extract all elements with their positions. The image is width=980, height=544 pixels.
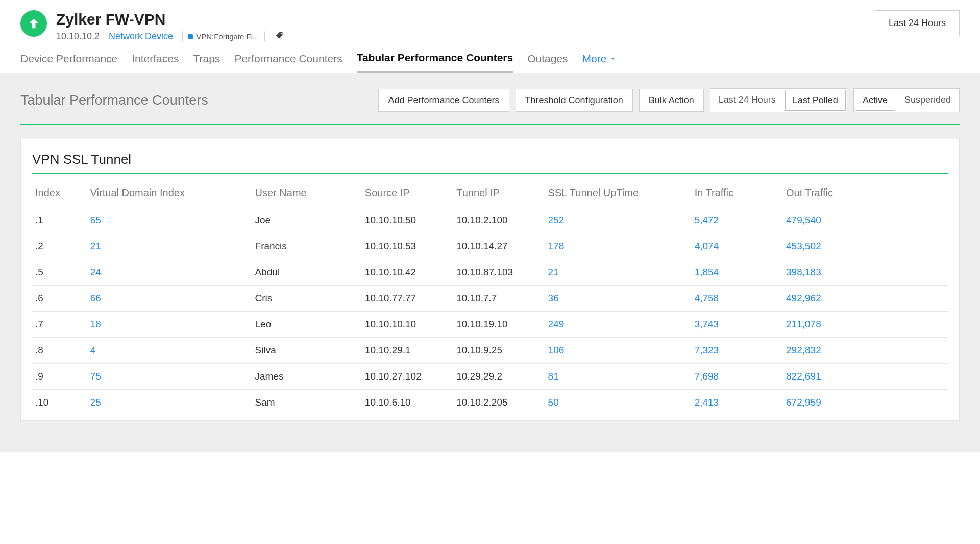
tab-device-performance[interactable]: Device Performance bbox=[20, 53, 117, 72]
cell-vdom-index[interactable]: 65 bbox=[87, 207, 252, 233]
col-ssl-tunnel-uptime[interactable]: SSL Tunnel UpTime bbox=[545, 179, 692, 207]
col-in-traffic[interactable]: In Traffic bbox=[692, 179, 783, 207]
cell-source-ip: 10.10.6.10 bbox=[362, 390, 453, 416]
cell-index: .1 bbox=[32, 207, 87, 233]
bulk-action-button[interactable]: Bulk Action bbox=[639, 89, 704, 112]
cell-user-name: Silva bbox=[252, 338, 362, 364]
cell-tunnel-ip: 10.10.14.27 bbox=[453, 233, 545, 259]
cell-out-traffic[interactable]: 453,502 bbox=[783, 233, 948, 259]
seg-suspended[interactable]: Suspended bbox=[896, 89, 959, 112]
cell-user-name: Sam bbox=[252, 390, 362, 416]
device-tabs: Device Performance Interfaces Traps Perf… bbox=[0, 42, 980, 73]
cell-tunnel-ip: 10.10.7.7 bbox=[453, 286, 545, 312]
cell-uptime[interactable]: 178 bbox=[545, 233, 692, 259]
add-performance-counters-button[interactable]: Add Performance Counters bbox=[378, 89, 509, 112]
chip-dot-icon bbox=[188, 34, 193, 39]
cell-index: .7 bbox=[32, 312, 87, 338]
table-row: .666Cris10.10.77.7710.10.7.7364,758492,9… bbox=[32, 286, 948, 312]
seg-active[interactable]: Active bbox=[855, 90, 895, 111]
table-row: .221Francis10.10.10.5310.10.14.271784,07… bbox=[32, 233, 948, 259]
col-index[interactable]: Index bbox=[32, 179, 87, 207]
cell-in-traffic[interactable]: 4,758 bbox=[692, 286, 783, 312]
cell-source-ip: 10.10.77.77 bbox=[362, 286, 453, 312]
cell-out-traffic[interactable]: 292,832 bbox=[783, 338, 948, 364]
cell-tunnel-ip: 10.10.9.25 bbox=[453, 338, 545, 364]
cell-in-traffic[interactable]: 2,413 bbox=[692, 390, 783, 416]
cell-user-name: Abdul bbox=[252, 259, 362, 286]
cell-out-traffic[interactable]: 211,078 bbox=[783, 312, 948, 338]
cell-index: .9 bbox=[32, 364, 87, 390]
cell-vdom-index[interactable]: 75 bbox=[87, 364, 252, 390]
col-source-ip[interactable]: Source IP bbox=[362, 179, 453, 207]
cell-user-name: James bbox=[252, 364, 362, 390]
cell-uptime[interactable]: 36 bbox=[545, 286, 692, 312]
cell-vdom-index[interactable]: 4 bbox=[87, 338, 252, 364]
col-tunnel-ip[interactable]: Tunnel IP bbox=[453, 179, 545, 207]
cell-vdom-index[interactable]: 18 bbox=[87, 312, 252, 338]
table-row: .165Joe10.10.10.5010.10.2.1002525,472479… bbox=[32, 207, 948, 233]
cell-out-traffic[interactable]: 398,183 bbox=[783, 259, 948, 286]
cell-source-ip: 10.10.29.1 bbox=[362, 338, 453, 364]
cell-out-traffic[interactable]: 492,962 bbox=[783, 286, 948, 312]
cell-in-traffic[interactable]: 3,743 bbox=[692, 312, 783, 338]
tab-traps[interactable]: Traps bbox=[193, 53, 220, 72]
tab-more[interactable]: More bbox=[582, 53, 617, 72]
cell-uptime[interactable]: 50 bbox=[545, 390, 692, 416]
table-row: .84Silva10.10.29.110.10.9.251067,323292,… bbox=[32, 338, 948, 364]
cell-in-traffic[interactable]: 5,472 bbox=[692, 207, 783, 233]
col-out-traffic[interactable]: Out Traffic bbox=[783, 179, 948, 207]
vpn-chip[interactable]: VPN:Fortigate Fi... bbox=[182, 31, 264, 42]
cell-tunnel-ip: 10.10.19.10 bbox=[453, 312, 545, 338]
cell-uptime[interactable]: 249 bbox=[545, 312, 692, 338]
card-title: VPN SSL Tunnel bbox=[32, 152, 948, 168]
time-range-select[interactable]: Last 24 Hours bbox=[875, 10, 960, 36]
table-row: .975James10.10.27.10210.29.29.2817,69882… bbox=[32, 364, 948, 390]
chip-label: VPN:Fortigate Fi... bbox=[196, 32, 259, 41]
cell-index: .10 bbox=[32, 390, 87, 416]
cell-in-traffic[interactable]: 1,854 bbox=[692, 259, 783, 286]
threshold-configuration-button[interactable]: Threshold Configuration bbox=[516, 89, 633, 112]
col-user-name[interactable]: User Name bbox=[252, 179, 362, 207]
cell-out-traffic[interactable]: 479,540 bbox=[783, 207, 948, 233]
cell-in-traffic[interactable]: 7,698 bbox=[692, 364, 783, 390]
cell-vdom-index[interactable]: 25 bbox=[87, 390, 252, 416]
cell-vdom-index[interactable]: 24 bbox=[87, 259, 252, 286]
cell-vdom-index[interactable]: 66 bbox=[87, 286, 252, 312]
cell-user-name: Francis bbox=[252, 233, 362, 259]
cell-index: .6 bbox=[32, 286, 87, 312]
cell-uptime[interactable]: 21 bbox=[545, 259, 692, 286]
tab-tabular-performance-counters[interactable]: Tabular Performance Counters bbox=[357, 52, 513, 73]
seg-last-polled[interactable]: Last Polled bbox=[785, 90, 846, 111]
status-up-icon bbox=[20, 10, 47, 37]
cell-uptime[interactable]: 81 bbox=[545, 364, 692, 390]
cell-tunnel-ip: 10.29.29.2 bbox=[453, 364, 545, 390]
cell-uptime[interactable]: 252 bbox=[545, 207, 692, 233]
page-title: Zylker FW-VPN bbox=[56, 10, 875, 29]
table-row: .1025Sam10.10.6.1010.10.2.205502,413672,… bbox=[32, 390, 948, 416]
cell-vdom-index[interactable]: 21 bbox=[87, 233, 252, 259]
cell-source-ip: 10.10.27.102 bbox=[362, 364, 453, 390]
cell-uptime[interactable]: 106 bbox=[545, 338, 692, 364]
tab-outages[interactable]: Outages bbox=[527, 53, 568, 72]
cell-in-traffic[interactable]: 7,323 bbox=[692, 338, 783, 364]
cell-in-traffic[interactable]: 4,074 bbox=[692, 233, 783, 259]
cell-index: .2 bbox=[32, 233, 87, 259]
vpn-ssl-tunnel-card: VPN SSL Tunnel Index Virtual Domain Inde… bbox=[20, 139, 960, 421]
cell-tunnel-ip: 10.10.2.100 bbox=[453, 207, 545, 233]
cell-user-name: Leo bbox=[252, 312, 362, 338]
seg-last-24-hours[interactable]: Last 24 Hours bbox=[710, 89, 784, 112]
tag-icon[interactable] bbox=[274, 31, 283, 42]
cell-source-ip: 10.10.10.50 bbox=[362, 207, 453, 233]
cell-tunnel-ip: 10.10.2.205 bbox=[453, 390, 545, 416]
cell-user-name: Joe bbox=[252, 207, 362, 233]
tab-interfaces[interactable]: Interfaces bbox=[132, 53, 179, 72]
chevron-down-icon bbox=[609, 55, 617, 62]
cell-out-traffic[interactable]: 822,691 bbox=[783, 364, 948, 390]
cell-source-ip: 10.10.10.42 bbox=[362, 259, 453, 286]
cell-out-traffic[interactable]: 672,959 bbox=[783, 390, 948, 416]
divider bbox=[32, 173, 948, 174]
col-virtual-domain-index[interactable]: Virtual Domain Index bbox=[87, 179, 252, 207]
tab-performance-counters[interactable]: Performance Counters bbox=[234, 53, 342, 72]
table-row: .524Abdul10.10.10.4210.10.87.103211,8543… bbox=[32, 259, 948, 286]
device-type-link[interactable]: Network Device bbox=[109, 31, 173, 42]
